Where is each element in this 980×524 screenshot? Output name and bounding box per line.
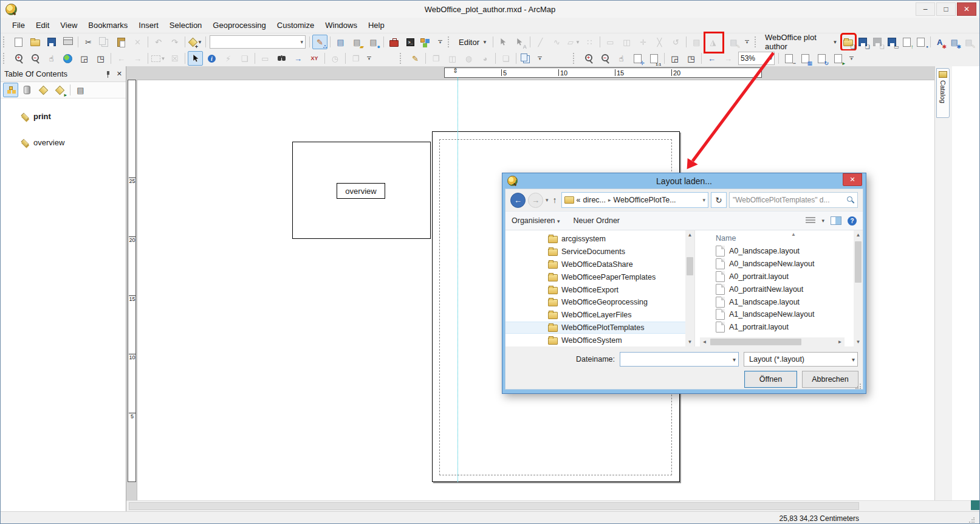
layout-pan-button[interactable]: ☝: [614, 51, 629, 66]
toolbar-grip[interactable]: [3, 53, 9, 64]
toc-layer-item[interactable]: print: [1, 107, 126, 126]
folder-item[interactable]: WebOfficeExport: [505, 283, 685, 296]
organize-menu-button[interactable]: Organisieren ▾: [512, 216, 560, 225]
menu-selection[interactable]: Selection: [164, 19, 207, 32]
scrollbar-thumb[interactable]: [129, 502, 859, 510]
toolbar-overflow-button[interactable]: ▾: [743, 36, 751, 48]
toolbar-grip[interactable]: [448, 36, 453, 47]
dialog-close-button[interactable]: ✕: [843, 173, 862, 186]
layout-zoom-out-button[interactable]: −: [597, 51, 612, 66]
new-document-button[interactable]: [11, 35, 26, 49]
combo-dropdown-icon[interactable]: ▾: [300, 39, 303, 45]
scroll-down-icon[interactable]: ▼: [685, 337, 694, 346]
folder-item[interactable]: ServiceDocuments: [505, 246, 685, 258]
reshape-feature-button[interactable]: ▭: [603, 35, 618, 49]
new-folder-button[interactable]: Neuer Ordner: [574, 216, 620, 225]
address-breadcrumb[interactable]: « direc... ▸ WebOfficePlotTe... ▾: [561, 192, 708, 208]
create-features-button[interactable]: ✎: [726, 35, 741, 49]
time-slider-button[interactable]: ◷: [327, 51, 343, 66]
search-window-button[interactable]: ▤●: [366, 35, 381, 49]
dialog-title-bar[interactable]: Layout laden... ✕: [505, 173, 863, 188]
canvas-horizontal-scrollbar[interactable]: [126, 500, 971, 511]
zoom-100-button[interactable]: 1:1: [646, 51, 662, 66]
rotate-button[interactable]: ↺: [668, 35, 684, 49]
tree-scrollbar[interactable]: ▲ ▼: [685, 230, 694, 346]
catalog-tab[interactable]: Catalog: [936, 68, 950, 118]
new-template-button[interactable]: ▤✱: [948, 35, 961, 49]
resize-grip[interactable]: [968, 517, 975, 523]
up-one-level-button[interactable]: ↑: [553, 195, 557, 205]
split-button[interactable]: ◫: [619, 35, 634, 49]
cut-polygons-button[interactable]: ╳: [652, 35, 667, 49]
scroll-down-icon[interactable]: ▼: [854, 337, 863, 346]
modelbuilder-button[interactable]: [419, 35, 434, 49]
change-view-icon[interactable]: [806, 217, 815, 224]
filetype-combobox[interactable]: Layout (*.layout) ▾: [744, 352, 858, 367]
dialog-resize-grip[interactable]: [855, 383, 862, 389]
menu-file[interactable]: File: [7, 19, 30, 32]
toolbar-overflow-button[interactable]: ▾: [436, 36, 444, 48]
forward-button[interactable]: →: [528, 193, 543, 208]
file-item[interactable]: A1_landscapeNew.layout: [700, 308, 854, 321]
edit-tool-button[interactable]: [496, 35, 511, 49]
name-column-header[interactable]: Name: [716, 234, 736, 243]
focus-data-frame-button[interactable]: ▦: [798, 51, 813, 66]
change-layout-button[interactable]: ↻: [814, 51, 829, 66]
endpoint-arc-button[interactable]: ∿: [549, 35, 564, 49]
filename-dropdown-icon[interactable]: ▾: [733, 356, 736, 363]
toolbar-grip[interactable]: [573, 53, 578, 64]
full-extent-button[interactable]: [60, 51, 75, 66]
load-layout-button[interactable]: ❏: [842, 35, 855, 49]
fixed-zoom-in-page-button[interactable]: ◲: [667, 51, 682, 66]
toolbar-grip[interactable]: [755, 36, 759, 47]
scroll-right-icon[interactable]: ►: [835, 337, 845, 346]
undo-button[interactable]: ↶: [151, 35, 166, 49]
menu-geoprocessing[interactable]: Geoprocessing: [207, 19, 271, 32]
go-to-xy-button[interactable]: XY: [307, 51, 322, 66]
toolbar-grip[interactable]: [400, 53, 405, 64]
fixed-zoom-out-button[interactable]: ◳: [93, 51, 108, 66]
go-back-extent-button[interactable]: ←: [114, 51, 129, 66]
save-button[interactable]: [44, 35, 59, 49]
search-box[interactable]: "WebOfficePlotTemplates" d...: [729, 192, 858, 208]
toc-layer-item[interactable]: overview: [1, 133, 126, 152]
menu-customize[interactable]: Customize: [272, 19, 320, 32]
fixed-zoom-in-button[interactable]: ◲: [77, 51, 92, 66]
export-layout-button[interactable]: ↑: [900, 35, 913, 49]
menu-help[interactable]: Help: [363, 19, 390, 32]
edit-annotation-tool-button[interactable]: A: [512, 35, 527, 49]
files-scrollbar[interactable]: ▲ ▼: [854, 230, 863, 346]
save-layout-button[interactable]: ❏: [856, 35, 869, 49]
point-button[interactable]: ∷: [582, 35, 597, 49]
file-item[interactable]: A0_portrait.layout: [700, 271, 854, 283]
straight-segment-button[interactable]: ╱: [533, 35, 548, 49]
scrollbar-thumb[interactable]: [855, 241, 862, 283]
minimize-button[interactable]: –: [916, 2, 935, 16]
scrollbar-thumb[interactable]: [710, 339, 801, 345]
layout-zoom-in-button[interactable]: +: [581, 51, 596, 66]
toolbar-grip[interactable]: [3, 36, 9, 47]
data-driven-pages-button[interactable]: ▸: [831, 51, 846, 66]
file-item[interactable]: A0_landscape.layout: [700, 245, 854, 258]
sort-ascending-icon[interactable]: ▲: [791, 232, 796, 237]
combo-dropdown-icon[interactable]: ▾: [769, 55, 772, 61]
split-view-button[interactable]: ◫: [445, 51, 460, 66]
import-layout-button[interactable]: ▪: [914, 35, 928, 49]
python-button[interactable]: >_: [403, 35, 418, 49]
edit-graphics-button[interactable]: ✎: [408, 51, 423, 66]
toolbar-overflow-button[interactable]: ▾: [365, 52, 373, 64]
html-popup-button[interactable]: ❑: [237, 51, 252, 66]
edit-template-button[interactable]: ✎: [962, 35, 975, 49]
refresh-button[interactable]: ↻: [711, 192, 727, 208]
breadcrumb-parent[interactable]: direc...: [583, 196, 606, 204]
new-text-element-button[interactable]: A✱: [933, 35, 947, 49]
hyperlink-button[interactable]: ⚡: [221, 51, 236, 66]
select-features-button[interactable]: ▼: [151, 51, 166, 66]
folder-item[interactable]: arcgissystem: [505, 233, 685, 246]
views-dropdown-icon[interactable]: ▾: [821, 218, 824, 224]
search-text[interactable]: "WebOfficePlotTemplates" d...: [733, 196, 843, 204]
preview-pane-icon[interactable]: [831, 216, 841, 225]
map-scale-combobox[interactable]: ▾: [210, 35, 306, 49]
pin-icon[interactable]: [105, 71, 112, 78]
find-route-button[interactable]: →: [290, 51, 306, 66]
